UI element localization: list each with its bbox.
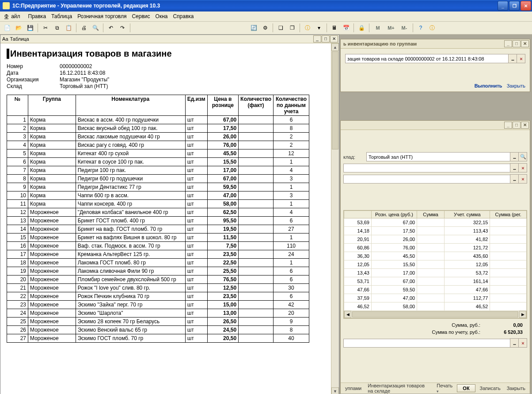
calendar-icon[interactable]: 📅 <box>341 23 351 33</box>
grid-col-summa[interactable]: Сумма <box>417 211 445 218</box>
ellipsis-button[interactable]: ... <box>508 54 517 63</box>
table-row[interactable]: 26МороженоеЭскимо Венский вальс 65 гршт2… <box>7 326 309 334</box>
help-icon[interactable]: ? <box>415 23 426 33</box>
window-icon[interactable]: ❏ <box>275 23 286 33</box>
menu-file[interactable]: Файл <box>2 12 26 20</box>
store-clear-button[interactable]: 🔍 <box>518 152 527 161</box>
grid-row[interactable]: 53,6967,00322,15 <box>344 218 527 227</box>
table-row[interactable]: 1КормаВискас в ассм. 400 гр подушечкишт6… <box>7 116 309 124</box>
filter2-clear[interactable]: × <box>518 174 527 184</box>
grid-row[interactable]: 36,3045,50435,60 <box>344 252 527 260</box>
execute-button[interactable]: Выполнить <box>475 83 502 88</box>
filter-input-2[interactable] <box>343 175 510 184</box>
m-plus-button[interactable]: М+ <box>385 23 397 33</box>
grid-row[interactable]: 14,1817,50113,43 <box>344 227 527 235</box>
grid-col-rozn[interactable]: Розн. цена (руб.) <box>371 211 417 218</box>
window2-icon[interactable]: ❐ <box>287 23 297 33</box>
scroll-up-icon[interactable]: ▲ <box>331 43 339 51</box>
table-row[interactable]: 6КормаКитекат в соусе 100 гр пак.шт15,50… <box>7 158 309 166</box>
table-row[interactable]: 23МороженоеЭскимо "Зайка" перг. 70 гршт1… <box>7 301 309 309</box>
doc-dlg-minimize[interactable]: _ <box>504 122 512 129</box>
table-row[interactable]: 10КормаЧаппи 600 гр в ассм.шт47,003 <box>7 191 309 200</box>
doc-close-button[interactable]: ✕ <box>330 35 338 42</box>
calc-icon[interactable]: 🖩 <box>329 23 340 33</box>
grid-row[interactable]: 47,6659,5047,66 <box>344 286 527 294</box>
menu-help[interactable]: Справка <box>170 12 196 20</box>
table-row[interactable]: 17МороженоеКреманка АльтерВест 125 гр.шт… <box>7 250 309 259</box>
grid-col-reg[interactable]: Сумма (рег. <box>490 211 527 218</box>
grid-col-0[interactable] <box>344 211 372 218</box>
store-field[interactable]: Торговый зал (НТТ) <box>366 152 510 161</box>
table-row[interactable]: 11КормаЧаппи консерв. 400 гршт58,001 <box>7 200 309 208</box>
ok-button[interactable]: ОК <box>457 384 475 392</box>
doc-dlg-close[interactable]: ✕ <box>521 122 529 129</box>
grid-row[interactable]: 12,0515,5012,05 <box>344 260 527 269</box>
groups-dlg-close[interactable]: ✕ <box>521 40 529 47</box>
table-row[interactable]: 19МороженоеЛакомка сливочная Фили 90 грш… <box>7 267 309 275</box>
scroll-left-icon[interactable]: ◀ <box>344 311 351 318</box>
table-row[interactable]: 15МороженоеБрикет на вафлях Вишня в шоко… <box>7 233 309 242</box>
menu-table[interactable]: Таблица <box>49 12 75 20</box>
menu-windows[interactable]: Окна <box>153 12 171 20</box>
table-row[interactable]: 16МороженоеВаф. стак. Подмоск. в ассм. 7… <box>7 242 309 250</box>
print-icon[interactable]: 🖨 <box>79 23 89 33</box>
grid-row[interactable]: 60,8676,00121,72 <box>344 244 527 252</box>
preview-icon[interactable]: 🔍 <box>90 23 101 33</box>
menu-retail[interactable]: Розничная торговля <box>75 12 129 20</box>
menu-edit[interactable]: Правка <box>26 12 49 20</box>
footer-print[interactable]: Печать <box>435 383 454 394</box>
document-scroll[interactable]: Инвентаризация товаров в магазине Номер0… <box>0 43 331 394</box>
m-button[interactable]: М <box>372 23 384 33</box>
scroll-right-icon[interactable]: ▶ <box>519 311 526 318</box>
comment-input[interactable] <box>343 339 510 348</box>
table-row[interactable]: 13МороженоеБрикет ГОСТ пломб. 400 гршт95… <box>7 217 309 225</box>
scroll-down-icon[interactable]: ▼ <box>331 387 339 394</box>
document-vscrollbar[interactable]: ▲ ▼ <box>331 43 339 394</box>
minimize-button[interactable]: _ <box>498 1 508 11</box>
maximize-button[interactable]: ❐ <box>509 1 520 11</box>
grid-row[interactable]: 46,5258,0046,52 <box>344 302 527 311</box>
menu-service[interactable]: Сервис <box>129 12 152 20</box>
save-icon[interactable]: 💾 <box>25 23 35 33</box>
comment-clear[interactable]: × <box>518 338 527 348</box>
grid-hscrollbar[interactable]: ◀ ▶ <box>344 311 527 318</box>
hscroll-thumb[interactable] <box>352 311 518 317</box>
redo-icon[interactable]: ↷ <box>117 23 128 33</box>
refresh-icon[interactable]: 🔄 <box>248 23 259 33</box>
undo-icon[interactable]: ↶ <box>106 23 116 33</box>
filter1-clear[interactable]: × <box>518 163 527 172</box>
clear-button[interactable]: × <box>517 54 525 63</box>
save-button[interactable]: Записать <box>478 386 502 391</box>
table-row[interactable]: 3КормаВискас лакомые подушечки 40 гршт26… <box>7 133 309 141</box>
table-row[interactable]: 21МороженоеРожок "I love you" слив. 80 г… <box>7 284 309 292</box>
about-icon[interactable]: ⓘ <box>427 23 437 33</box>
filter1-ellipsis[interactable]: ... <box>510 163 519 172</box>
table-row[interactable]: 9КормаПедигри Дентастикс 77 гршт59,501 <box>7 183 309 191</box>
info-icon[interactable]: ⓘ <box>302 23 313 33</box>
table-row[interactable]: 5КормаКитекат 400 гр сухойшт45,5012 <box>7 149 309 158</box>
table-row[interactable]: 22МороженоеРожок Печкин клубника 70 гршт… <box>7 292 309 301</box>
table-row[interactable]: 12Мороженое"Деловая колбаса" ванильное 4… <box>7 208 309 217</box>
comment-ellipsis[interactable]: ... <box>510 338 519 348</box>
close-button[interactable]: ✕ <box>521 1 531 11</box>
settings-icon[interactable]: ⚙ <box>260 23 270 33</box>
close-link[interactable]: Закрыть <box>507 83 525 88</box>
table-row[interactable]: 27МороженоеЭскимо ГОСТ пломб. 70 гршт20,… <box>7 334 309 343</box>
open-icon[interactable]: 📂 <box>13 23 24 33</box>
table-row[interactable]: 20МороженоеПломбир семейное двухслойный … <box>7 275 309 284</box>
table-row[interactable]: 8КормаПедигри 600 гр подушечкишт67,003 <box>7 175 309 183</box>
copy-icon[interactable]: ⧉ <box>52 23 62 33</box>
footer-close[interactable]: Закрыть <box>505 386 527 391</box>
groups-dlg-maximize[interactable]: □ <box>513 40 521 47</box>
grid-row[interactable]: 20,9126,0041,82 <box>344 235 527 244</box>
table-row[interactable]: 7КормаПедигри 100 гр пак.шт17,004 <box>7 166 309 175</box>
scroll-thumb[interactable] <box>332 51 338 149</box>
paste-icon[interactable]: 📋 <box>63 23 74 33</box>
grid-col-uchet[interactable]: Учет. сумма <box>445 211 490 218</box>
grid-row[interactable]: 13,4317,0053,72 <box>344 269 527 277</box>
footer-groups[interactable]: уппами <box>343 386 363 391</box>
grid-row[interactable]: 53,7167,00161,14 <box>344 277 527 286</box>
table-row[interactable]: 14МороженоеБрикет на ваф. ГОСТ пломб. 70… <box>7 225 309 233</box>
filter-input-1[interactable] <box>343 164 510 172</box>
doc-minimize-button[interactable]: _ <box>313 35 321 42</box>
